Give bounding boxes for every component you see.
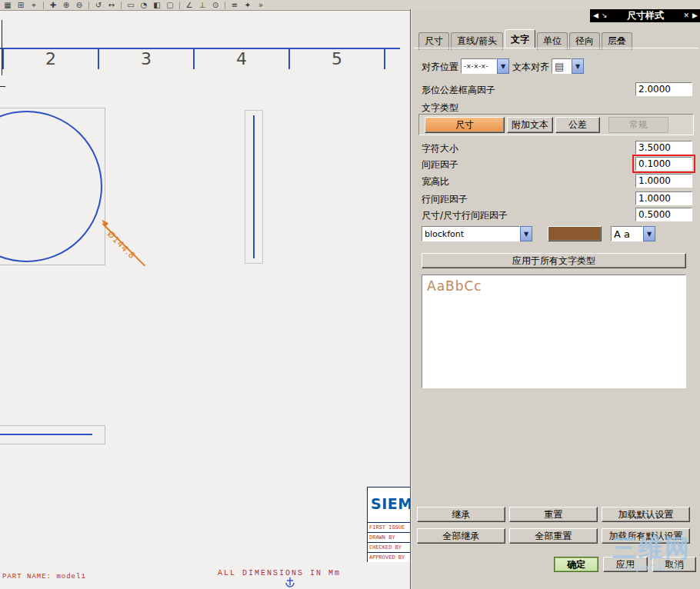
- circle-tool-icon[interactable]: ⊙: [210, 1, 221, 10]
- text-type-dimension-button[interactable]: 尺寸: [425, 117, 505, 133]
- pan-icon[interactable]: ↔: [106, 1, 117, 10]
- dialog-title: 尺寸样式: [610, 9, 680, 22]
- toolbar-separator: [43, 2, 44, 9]
- toolbar-separator: [225, 2, 225, 9]
- ruler-tick: [98, 48, 99, 69]
- text-type-tolerance-button[interactable]: 公差: [555, 117, 600, 133]
- ruler-tick: [2, 48, 4, 69]
- toolbar-separator: [121, 2, 122, 9]
- spacing-factor-input[interactable]: [635, 157, 692, 171]
- point-snap-icon[interactable]: ⌖: [28, 1, 39, 10]
- ruler-zone-number: 3: [135, 49, 158, 68]
- vertical-line-entity[interactable]: [253, 115, 255, 258]
- align-position-combo[interactable]: -×-×-×-: [461, 58, 497, 74]
- font-combo[interactable]: blockfont: [422, 226, 520, 241]
- dialog-tabs: 尺寸 直线/箭头 文字 单位 径向 层叠: [418, 32, 634, 48]
- text-type-label: 文字类型: [422, 101, 458, 115]
- tab-baseline: [414, 48, 698, 48]
- tol-frame-height-label: 形位公差框高因子: [422, 84, 495, 97]
- perpendicular-snap-icon[interactable]: ⊥: [197, 1, 208, 10]
- toolbar-separator: [179, 2, 180, 9]
- font-color-swatch[interactable]: [548, 226, 602, 241]
- sheet-border-mark: [0, 86, 5, 87]
- crosshair-icon[interactable]: ✚: [48, 1, 58, 10]
- ruler-zone-number: 2: [39, 49, 62, 68]
- load-defaults-button[interactable]: 加载默认设置: [602, 507, 690, 522]
- font-preview-sample: AaBbCc: [427, 278, 482, 294]
- rectangle-tool-icon[interactable]: ▭: [125, 1, 136, 10]
- tol-frame-height-input[interactable]: [635, 82, 692, 96]
- char-size-input[interactable]: [635, 141, 692, 155]
- align-position-label: 对齐位置: [422, 61, 458, 74]
- apply-all-text-types-button[interactable]: 应用于所有文字类型: [422, 253, 686, 268]
- chevron-down-icon[interactable]: ▼: [520, 226, 532, 241]
- char-case-combo[interactable]: A a: [611, 226, 643, 241]
- menu-list-icon[interactable]: ≡: [229, 1, 240, 10]
- rotate-view-icon[interactable]: ↺: [93, 1, 104, 10]
- inherit-button[interactable]: 继承: [417, 507, 505, 522]
- diameter-dimension-text[interactable]: Ø144.8: [105, 229, 138, 261]
- text-align-combo[interactable]: ▤: [552, 58, 572, 74]
- dim-line-spacing-label: 尺寸/尺寸行间距因子: [422, 209, 508, 222]
- spacing-factor-label: 间距因子: [422, 158, 458, 171]
- aspect-ratio-input[interactable]: [635, 174, 692, 188]
- reset-button[interactable]: 重置: [509, 507, 598, 522]
- toolbar-separator: [88, 2, 89, 9]
- ruler-tick: [288, 48, 290, 69]
- part-name-text: PART NAME: model1: [2, 573, 86, 581]
- star-point-icon[interactable]: ✦: [242, 1, 253, 10]
- dimension-style-dialog: ◀ ↘ 尺寸样式 ✕ ▶ 尺寸 直线/箭头 文字 单位 径向 层叠 对齐位置 -…: [410, 9, 700, 589]
- text-align-label: 文本对齐: [512, 61, 549, 74]
- datum-anchor-icon: [285, 577, 295, 588]
- line-spacing-input[interactable]: [635, 191, 692, 205]
- font-preview-box: AaBbCc: [422, 275, 686, 388]
- ruler-zone-number: 4: [230, 49, 253, 68]
- detach-dialog-icon[interactable]: ↘: [602, 10, 608, 22]
- ruler-zone-number: 5: [325, 49, 348, 68]
- zoom-out-icon[interactable]: ⊖: [74, 1, 85, 10]
- inherit-all-button[interactable]: 全部继承: [417, 528, 505, 544]
- line-spacing-label: 行间距因子: [422, 193, 468, 206]
- sheet-border-left: [2, 20, 2, 75]
- chevron-down-icon[interactable]: ▼: [572, 58, 584, 74]
- load-all-defaults-button[interactable]: 加载所有默认设置: [602, 528, 690, 544]
- nav-back-icon[interactable]: ◀: [593, 10, 598, 22]
- text-type-general-button: 常规: [608, 117, 668, 133]
- chevron-down-icon[interactable]: ▼: [497, 58, 509, 74]
- snap-grid-icon[interactable]: ⊞: [15, 1, 26, 10]
- zoom-in-icon[interactable]: ⊕: [61, 1, 72, 10]
- reset-all-button[interactable]: 全部重置: [509, 528, 598, 544]
- text-type-appended-button[interactable]: 附加文本: [507, 117, 553, 133]
- wireframe-view-icon[interactable]: ▢: [165, 1, 175, 10]
- cancel-button[interactable]: 取消: [652, 557, 696, 572]
- arc-tool-icon[interactable]: ◔: [138, 1, 149, 10]
- units-note-text: ALL DIMENSIONS IN Mm: [218, 569, 341, 577]
- apply-button[interactable]: 应用: [603, 557, 648, 572]
- tab-text[interactable]: 文字: [505, 29, 535, 48]
- ok-button[interactable]: 确定: [554, 557, 598, 572]
- angle-dimension-icon[interactable]: ∠: [184, 1, 195, 10]
- shaded-view-icon[interactable]: ◧: [152, 1, 162, 10]
- close-icon[interactable]: ✕: [684, 10, 690, 22]
- ruler-tick: [384, 48, 385, 69]
- dim-line-spacing-input[interactable]: [635, 208, 692, 221]
- ruler-tick: [193, 48, 195, 69]
- dialog-titlebar: ◀ ↘ 尺寸样式 ✕ ▶: [590, 9, 700, 22]
- application-window: ▦ ⊞ ⌖ ✚ ⊕ ⊖ ↺ ↔ ▭ ◔ ◧ ▢ ∠ ⊥ ⊙ ≡ ✦ » 2 3 …: [0, 0, 700, 589]
- toolbar-overflow-icon[interactable]: »: [255, 1, 266, 10]
- grid-icon[interactable]: ▦: [2, 1, 13, 10]
- horizontal-line-entity[interactable]: [0, 434, 92, 435]
- nav-forward-icon[interactable]: ▶: [692, 10, 698, 22]
- chevron-down-icon[interactable]: ▼: [643, 226, 655, 241]
- aspect-ratio-label: 宽高比: [422, 175, 449, 188]
- char-size-label: 字符大小: [422, 142, 458, 155]
